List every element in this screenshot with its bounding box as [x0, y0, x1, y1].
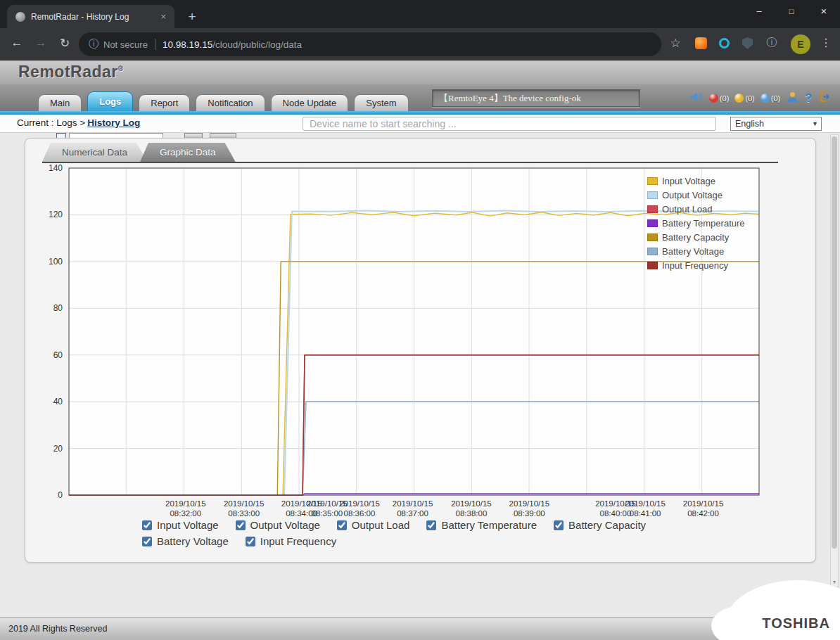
- legend-swatch: [647, 205, 658, 213]
- x-tick-date: 2019/10/15: [339, 499, 380, 508]
- legend-item-input-frequency: Input Frequency: [647, 258, 745, 272]
- x-tick-date: 2019/10/15: [393, 499, 433, 508]
- legend-label: Input Voltage: [662, 176, 715, 186]
- back-icon[interactable]: ←: [8, 36, 25, 50]
- url-path: /cloud/public/log/data: [212, 39, 302, 50]
- page-info-icon[interactable]: ⓘ: [89, 38, 98, 51]
- nav-tab-logs[interactable]: Logs: [87, 91, 133, 111]
- filter-battery-voltage[interactable]: Battery Voltage: [142, 535, 229, 547]
- filter-checkbox-input-voltage[interactable]: [142, 520, 152, 530]
- extension-shield-icon[interactable]: [742, 37, 753, 49]
- counter-alarm-yellow[interactable]: (0): [734, 94, 754, 103]
- filter-output-voltage[interactable]: Output Voltage: [236, 519, 320, 531]
- y-tick-label: 60: [53, 350, 63, 360]
- filter-checkbox-battery-voltage[interactable]: [142, 537, 152, 546]
- app-logo-text: RemotRadar: [18, 63, 118, 81]
- nav-tab-main[interactable]: Main: [38, 94, 82, 111]
- subtab-numerical-data[interactable]: Numerical Data: [42, 143, 147, 162]
- counter-alarm-blue[interactable]: (0): [761, 94, 780, 103]
- legend-swatch: [647, 233, 658, 241]
- filter-label: Input Frequency: [260, 535, 336, 547]
- filter-label: Battery Voltage: [157, 535, 229, 547]
- favicon-icon: [15, 12, 25, 22]
- legend-item-input-voltage: Input Voltage: [647, 174, 745, 188]
- copyright-text: 2019 All Rights Reserved: [8, 624, 107, 634]
- x-tick-date: 2019/10/15: [625, 499, 666, 508]
- filter-input-frequency[interactable]: Input Frequency: [246, 535, 336, 547]
- breadcrumb-history-log-link[interactable]: History Log: [87, 117, 140, 128]
- x-tick-date: 2019/10/15: [683, 499, 724, 508]
- security-label: Not secure: [103, 39, 148, 50]
- alarm-blue-icon: [761, 94, 770, 103]
- legend-label: Battery Voltage: [662, 246, 724, 257]
- x-tick-date: 2019/10/15: [509, 499, 550, 508]
- legend-swatch: [647, 177, 658, 185]
- y-tick-label: 80: [53, 303, 63, 313]
- toshiba-logo: TOSHIBA: [710, 589, 840, 640]
- toshiba-brand-text: TOSHIBA: [762, 615, 830, 632]
- breadcrumb-bar: Current : Logs >History Log English ▼: [0, 115, 840, 133]
- scrollbar-thumb[interactable]: [832, 136, 837, 549]
- bookmark-star-icon[interactable]: ☆: [667, 36, 684, 51]
- filter-input-voltage[interactable]: Input Voltage: [142, 519, 219, 531]
- legend-item-battery-temperature: Battery Temperature: [647, 216, 745, 230]
- counter-alarm-red[interactable]: (0): [709, 94, 729, 103]
- browser-menu-icon[interactable]: ⋮: [817, 36, 834, 49]
- tab-close-icon[interactable]: ×: [158, 11, 169, 22]
- language-select[interactable]: English ▼: [730, 117, 822, 131]
- nav-tab-system[interactable]: System: [354, 94, 408, 111]
- nav-tab-node-update[interactable]: Node Update: [271, 94, 349, 111]
- filter-battery-temperature[interactable]: Battery Temperature: [426, 519, 537, 531]
- filter-checkbox-output-load[interactable]: [337, 520, 347, 530]
- legend-item-battery-capacity: Battery Capacity: [647, 230, 745, 244]
- log-content-area: Numerical DataGraphic Data 0204060801001…: [0, 133, 840, 617]
- filter-checkbox-battery-temperature[interactable]: [426, 520, 436, 530]
- forward-icon: →: [32, 36, 49, 50]
- filter-checkbox-battery-capacity[interactable]: [554, 520, 564, 530]
- legend-label: Input Frequency: [662, 260, 728, 271]
- counter-label: (0): [720, 94, 729, 103]
- extension-orange-icon[interactable]: [695, 37, 707, 49]
- extension-swirl-icon[interactable]: [719, 38, 730, 49]
- profile-avatar[interactable]: E: [791, 34, 810, 54]
- logout-icon[interactable]: [818, 91, 830, 105]
- data-view-tabs: Numerical DataGraphic Data: [42, 143, 236, 162]
- window-minimize-button[interactable]: –: [743, 0, 775, 23]
- subtab-divider: [42, 162, 778, 163]
- page-content: RemotRadar® MainLogsReportNotificationNo…: [0, 60, 840, 640]
- browser-tab[interactable]: RemotRadar - History Log ×: [7, 5, 174, 28]
- filter-label: Battery Temperature: [441, 519, 537, 531]
- address-bar[interactable]: ⓘ Not secure 10.98.19.15/cloud/public/lo…: [79, 32, 661, 56]
- reload-icon[interactable]: ↻: [56, 36, 73, 51]
- y-tick-label: 100: [49, 257, 63, 267]
- device-search-input[interactable]: [303, 117, 716, 131]
- filter-label: Battery Capacity: [568, 519, 646, 531]
- filter-checkbox-output-voltage[interactable]: [236, 520, 246, 530]
- user-icon[interactable]: [787, 91, 798, 105]
- legend-item-battery-voltage: Battery Voltage: [647, 244, 745, 258]
- filter-battery-capacity[interactable]: Battery Capacity: [554, 519, 646, 531]
- window-close-button[interactable]: ×: [808, 0, 840, 23]
- main-navigation: MainLogsReportNotificationNode UpdateSys…: [0, 84, 840, 111]
- counter-label: (0): [771, 94, 780, 103]
- filter-output-load[interactable]: Output Load: [337, 519, 410, 531]
- nav-tab-report[interactable]: Report: [139, 94, 190, 111]
- legend-swatch: [647, 248, 658, 255]
- new-tab-button[interactable]: +: [183, 8, 201, 26]
- y-tick-label: 40: [53, 397, 63, 407]
- extension-info-icon[interactable]: ⓘ: [763, 36, 780, 49]
- breadcrumb-prefix: Current : Logs >: [17, 117, 85, 128]
- address-divider: [155, 39, 155, 50]
- x-tick-date: 2019/10/15: [165, 499, 206, 508]
- x-tick-date: 2019/10/15: [224, 499, 265, 508]
- help-icon[interactable]: ?: [805, 92, 812, 105]
- nav-tab-notification[interactable]: Notification: [196, 94, 265, 111]
- history-log-panel: Numerical DataGraphic Data 0204060801001…: [25, 138, 816, 563]
- subtab-graphic-data[interactable]: Graphic Data: [140, 143, 236, 162]
- filter-checkbox-input-frequency[interactable]: [246, 537, 255, 546]
- language-selected: English: [735, 119, 764, 129]
- window-maximize-button[interactable]: □: [775, 0, 808, 23]
- speaker-icon[interactable]: [690, 91, 703, 105]
- vertical-scrollbar[interactable]: ▾: [830, 134, 839, 587]
- filter-label: Output Load: [352, 519, 410, 531]
